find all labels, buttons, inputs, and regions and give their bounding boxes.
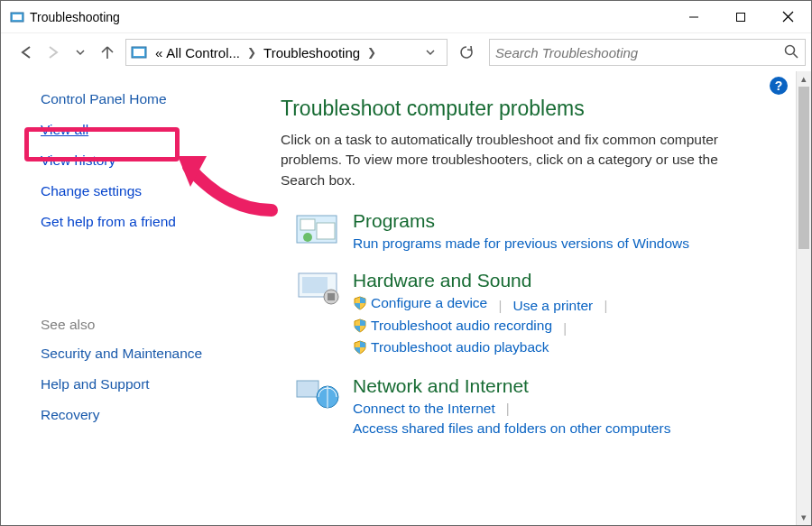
svg-rect-15: [302, 277, 328, 293]
sidebar-item-view-history[interactable]: View history: [41, 152, 281, 169]
svg-rect-17: [328, 293, 335, 300]
sidebar-item-change-settings[interactable]: Change settings: [41, 183, 281, 199]
link-run-programs-previous-windows[interactable]: Run programs made for previous versions …: [353, 235, 689, 252]
divider: |: [604, 298, 607, 313]
up-button[interactable]: [95, 40, 120, 65]
search-box[interactable]: [489, 39, 806, 66]
control-panel-icon: [130, 43, 148, 61]
link-configure-device[interactable]: Configure a device: [353, 295, 487, 311]
scroll-down-icon[interactable]: ▾: [797, 510, 811, 525]
close-button[interactable]: [764, 1, 811, 32]
maximize-button[interactable]: [717, 1, 764, 32]
chevron-right-icon[interactable]: ❯: [362, 46, 382, 59]
left-pane: Control Panel Home View all View history…: [1, 71, 281, 525]
svg-rect-18: [297, 381, 318, 397]
category-programs: Programs Run programs made for previous …: [295, 210, 784, 252]
address-bar[interactable]: « All Control... ❯ Troubleshooting ❯: [125, 39, 448, 66]
app-icon: [10, 10, 24, 24]
main-pane: Troubleshoot computer problems Click on …: [281, 71, 811, 525]
svg-rect-11: [300, 219, 315, 230]
svg-rect-7: [134, 49, 144, 56]
see-also-label: See also: [41, 317, 281, 333]
svg-rect-12: [317, 223, 335, 239]
chevron-right-icon[interactable]: ❯: [242, 46, 262, 59]
search-input[interactable]: [495, 45, 783, 60]
link-use-printer[interactable]: Use a printer: [513, 298, 594, 314]
link-troubleshoot-audio-recording[interactable]: Troubleshoot audio recording: [353, 318, 552, 334]
help-icon[interactable]: ?: [770, 77, 788, 95]
sidebar-item-get-help[interactable]: Get help from a friend: [41, 214, 281, 230]
content-area: ? Control Panel Home View all View histo…: [1, 71, 811, 525]
breadcrumb-part-2[interactable]: Troubleshooting: [262, 45, 362, 60]
search-icon[interactable]: [783, 43, 799, 62]
page-heading: Troubleshoot computer problems: [281, 97, 784, 121]
address-dropdown-icon[interactable]: [418, 45, 443, 60]
refresh-button[interactable]: [453, 39, 480, 66]
window-title: Troubleshooting: [30, 10, 670, 24]
scroll-up-icon[interactable]: ▴: [797, 71, 811, 87]
link-troubleshoot-audio-playback[interactable]: Troubleshoot audio playback: [353, 339, 549, 355]
category-hardware-sound: Hardware and Sound Configure a device | …: [295, 270, 784, 357]
vertical-scrollbar[interactable]: ▴ ▾: [796, 71, 811, 525]
category-title-hardware[interactable]: Hardware and Sound: [353, 270, 784, 291]
navigation-bar: « All Control... ❯ Troubleshooting ❯: [1, 33, 811, 71]
category-title-network[interactable]: Network and Internet: [353, 375, 784, 397]
svg-point-13: [303, 233, 312, 242]
shield-icon: [353, 296, 367, 310]
link-connect-internet[interactable]: Connect to the Internet: [353, 401, 495, 417]
window-controls: [670, 1, 811, 32]
sidebar-item-view-all[interactable]: View all: [41, 122, 88, 137]
control-panel-home-link[interactable]: Control Panel Home: [41, 91, 281, 107]
link-access-shared-files[interactable]: Access shared files and folders on other…: [353, 420, 670, 437]
divider: |: [563, 320, 567, 336]
breadcrumb-part-1[interactable]: All Control...: [164, 45, 242, 60]
shield-icon: [353, 318, 367, 333]
shield-icon: [353, 340, 367, 355]
category-title-programs[interactable]: Programs: [353, 210, 784, 232]
svg-line-9: [794, 53, 798, 58]
back-button[interactable]: [14, 40, 39, 65]
recent-dropdown[interactable]: [68, 40, 93, 65]
sidebar-item-help-support[interactable]: Help and Support: [41, 376, 281, 392]
category-network-internet: Network and Internet Connect to the Inte…: [295, 375, 784, 437]
breadcrumb-root[interactable]: «: [153, 45, 164, 60]
page-description: Click on a task to automatically trouble…: [281, 130, 750, 190]
programs-icon: [295, 210, 340, 248]
scrollbar-thumb[interactable]: [798, 87, 809, 249]
window-root: Troubleshooting « All Control... ❯ Troub…: [0, 0, 812, 526]
svg-point-8: [786, 45, 795, 54]
forward-button[interactable]: [41, 40, 66, 65]
divider: |: [498, 298, 502, 313]
network-icon: [295, 375, 340, 413]
sidebar-item-recovery[interactable]: Recovery: [41, 407, 281, 423]
divider: |: [506, 401, 510, 416]
hardware-icon: [295, 270, 340, 308]
titlebar: Troubleshooting: [1, 1, 811, 33]
svg-rect-1: [13, 14, 22, 20]
sidebar-item-security[interactable]: Security and Maintenance: [41, 346, 281, 362]
minimize-button[interactable]: [670, 1, 717, 32]
svg-rect-3: [737, 13, 745, 21]
